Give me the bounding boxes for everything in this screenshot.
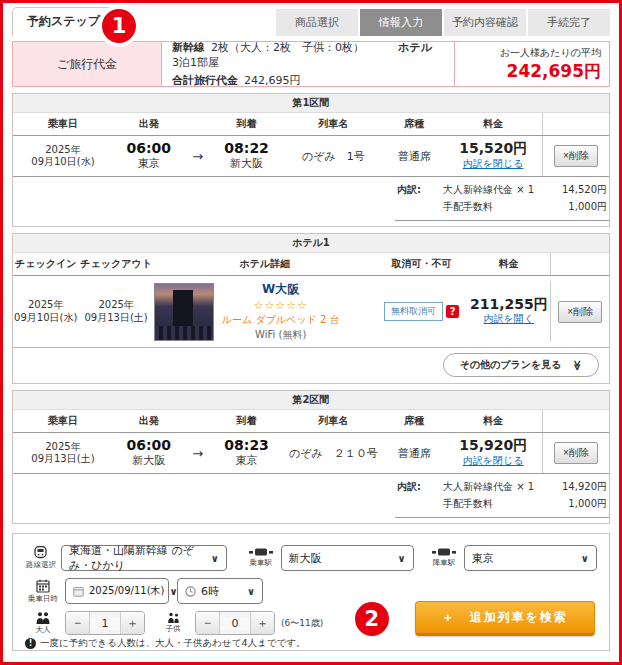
board-station-select[interactable]: 新大阪 ∨ [281,545,414,571]
price-summary-title: ご旅行代金 [13,42,162,86]
breakdown-item: 大人新幹線代金 × 1 14,520円 [443,183,607,197]
info-icon: ! [25,638,36,649]
col-price: 料金 [444,113,542,135]
total-label: 合計旅行代金 [172,74,238,87]
seat-type: 普通席 [384,446,444,461]
help-icon[interactable]: ? [446,305,459,318]
calendar-icon [36,579,50,593]
breakdown-toggle-link[interactable]: 内訳を開く [484,313,534,324]
seat-type: 普通席 [384,149,444,164]
adult-plus-button[interactable]: ＋ [120,612,144,634]
arrival: 08:22 新大阪 [211,141,283,171]
price-cell: 15,920円 内訳を閉じる [444,438,542,467]
col-checkout: チェックアウト [78,253,153,275]
delete-button[interactable]: ×削除 [554,442,598,464]
payment-section: この商品は以下の決済方法が可能です。(別途事務手数料がかかります) ・クレジット… [12,658,610,665]
child-minus-button[interactable]: − [196,612,220,634]
delete-button[interactable]: ×削除 [558,301,602,323]
arrow-right-icon: → [185,446,211,461]
arrow-right-icon: → [185,149,211,164]
hotel-title: ホテル1 [13,234,609,253]
tab-product-select[interactable]: 商品選択 [276,9,358,36]
checkin-date: 2025年 09月10日(水) [13,299,78,324]
child-stepper: − 0 ＋ [195,611,275,635]
departure: 06:00 新大阪 [113,438,185,468]
annotation-badge-1: 1 [102,9,136,43]
board-station-label: 乗車駅 [249,558,272,568]
adult-label: 大人 [36,625,51,635]
children-icon [167,612,180,623]
col-cancel-policy: 取消可・不可 [376,253,467,275]
breakdown-item: 手配手数料 1,000円 [443,497,607,511]
add-train-search-button[interactable]: ＋ 追加列車を検索 [415,601,595,636]
breakdown-item: 手配手数料 1,000円 [443,200,607,214]
chevron-down-icon: ∨ [581,553,589,564]
hotel-detail-cell: W大阪 ☆☆☆☆☆ ルーム ダブルベッド 2 台 WiFi (無料) [154,281,376,342]
add-train-form: 路線選択 東海道・山陽新幹線 のぞみ・ひかり ∨ 乗車駅 新大阪 ∨ [12,533,610,651]
segment2-row: 2025年 09月13日(土) 06:00 新大阪 → 08:23 東京 のぞみ… [13,433,609,474]
col-price: 料金 [467,253,550,275]
hotel-price-cell: 211,255円 内訳を開く [467,297,550,326]
breakdown-toggle-link[interactable]: 内訳を閉じる [463,158,524,169]
breakdown-label: 内訳: [395,480,443,511]
segment1-title: 第1区間 [13,94,609,113]
hotel-name-link[interactable]: W大阪 [222,281,340,298]
tab-confirm[interactable]: 予約内容確認 [444,9,526,36]
tab-info-input[interactable]: 情報入力 [360,9,442,36]
departure: 06:00 東京 [113,141,185,171]
clock-icon [185,586,196,597]
train-name: のぞみ ２１０号 [283,446,385,461]
segment1-row: 2025年 09月10日(水) 06:00 東京 → 08:22 新大阪 のぞみ… [13,136,609,177]
chevron-down-icon: ∨ [398,553,406,564]
segment1-header-row: 乗車日 出発 到着 列車名 席種 料金 [13,113,609,136]
col-departure: 出発 [113,410,185,432]
col-seat-type: 席種 [384,113,444,135]
alight-station-select[interactable]: 東京 ∨ [464,545,597,571]
col-train-name: 列車名 [283,113,385,135]
date-select[interactable]: 2025/09/11(木) ∨ [65,578,169,604]
hotel-photo [154,283,214,341]
booking-page: 予約ステップ 商品選択 情報入力 予約内容確認 手続完了 1 ご旅行代金 新幹線… [0,0,622,665]
col-departure: 出発 [113,113,185,135]
col-checkin: チェックイン [13,253,78,275]
time-select[interactable]: 6時 ∨ [177,578,263,604]
segment2-title: 第2区間 [13,391,609,410]
ride-date: 2025年 09月13日(土) [13,441,113,466]
more-plans-button[interactable]: その他のプランを見る ≫ [443,353,599,377]
capacity-note: ! 一度に予約できる人数は、大人・子供あわせて4人までです。 [25,637,597,650]
annotation-badge-2: 2 [355,602,389,636]
breakdown-item: 大人新幹線代金 × 1 14,920円 [443,480,607,494]
col-train-name: 列車名 [283,410,385,432]
cancel-policy-cell: 無料取消可? [376,302,467,321]
adult-stepper: − 1 ＋ [65,611,145,635]
train-side-icon [432,548,456,557]
chevron-down-icon: ∨ [211,553,219,564]
route-select-label: 路線選択 [26,560,56,570]
hotel-wifi: WiFi (無料) [222,328,340,342]
breakdown-toggle-link[interactable]: 内訳を閉じる [463,455,524,466]
tab-complete[interactable]: 手続完了 [528,9,610,36]
child-count: 0 [220,617,250,630]
col-seat-type: 席種 [384,410,444,432]
child-age-note: (6〜11歳) [281,617,323,630]
delete-button[interactable]: ×削除 [554,145,598,167]
per-person-value: 242,695円 [507,60,601,83]
step-tabs: 商品選択 情報入力 予約内容確認 手続完了 [274,9,610,36]
hotel-row: 2025年 09月10日(水) 2025年 09月13日(土) W大阪 ☆☆☆☆… [13,276,609,348]
per-person-box: お一人様あたりの平均 242,695円 [454,42,609,86]
col-arrival: 到着 [211,113,283,135]
route-select[interactable]: 東海道・山陽新幹線 のぞみ・ひかり ∨ [61,545,227,571]
adult-minus-button[interactable]: − [66,612,90,634]
ride-date: 2025年 09月10日(水) [13,144,113,169]
child-plus-button[interactable]: ＋ [250,612,274,634]
price-summary-detail: 新幹線2枚（大人：2枚 子供：0枚）ホテル3泊1部屋 合計旅行代金242,695… [162,42,454,86]
per-person-label: お一人様あたりの平均 [500,46,601,60]
child-label: 子供 [166,624,181,634]
col-hotel-detail: ホテル詳細 [154,253,376,275]
checkout-date: 2025年 09月13日(土) [78,299,153,324]
segment1-breakdown: 内訳: 大人新幹線代金 × 1 14,520円 手配手数料 1,000円 [395,177,609,221]
shinkansen-detail: 2枚（大人：2枚 子供：0枚） [211,41,364,54]
price-cell: 15,520円 内訳を閉じる [444,141,542,170]
total-value: 242,695円 [244,74,301,87]
hotel-section: ホテル1 チェックイン チェックアウト ホテル詳細 取消可・不可 料金 2025… [12,233,610,384]
